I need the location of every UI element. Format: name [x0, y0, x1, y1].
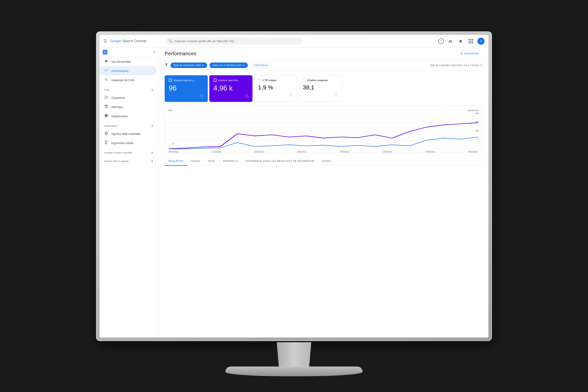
- nav-label-sitemaps: Sitemaps: [111, 106, 123, 108]
- metric-help-position[interactable]: ⓘ: [334, 92, 338, 97]
- search-type-filter[interactable]: Type de recherche: Web ✏: [170, 62, 207, 68]
- metric-checkbox-position[interactable]: [303, 78, 306, 82]
- metric-card-clics[interactable]: ✓ Nombre total de c... 96 ⓘ: [165, 75, 208, 102]
- metric-value-ctr: 1,9 %: [258, 84, 293, 91]
- sitemap-icon: [104, 105, 108, 109]
- export-label: EXPORTER: [464, 52, 479, 55]
- search-input[interactable]: [174, 40, 300, 43]
- hamburger-icon[interactable]: ☰: [104, 39, 107, 44]
- nav-item-signaux-web[interactable]: Signaux Web essentiels: [100, 129, 156, 138]
- tab-requetes[interactable]: REQUÊTES: [165, 157, 188, 166]
- property-icon: C: [103, 50, 108, 54]
- x-label-7: 08/03/2021: [468, 151, 478, 153]
- x-label-6: 04/03/2021: [426, 151, 435, 153]
- ameliorations-section: Améliorations ∧: [100, 121, 158, 129]
- export-button[interactable]: ⬇ EXPORTER: [457, 50, 482, 57]
- search-bar[interactable]: 🔍: [166, 38, 302, 44]
- nav-item-inspection-url[interactable]: Inspection de l'URL: [100, 76, 156, 85]
- clics-line: [169, 137, 478, 149]
- y-val-450: 450: [475, 112, 479, 115]
- metric-checkbox-ctr[interactable]: [258, 78, 261, 82]
- nav-label-inspection: Inspection de l'URL: [111, 78, 135, 82]
- monitor-stand-base: [226, 366, 362, 376]
- date-filter[interactable]: Date: Les 3 derniers mois ✏: [210, 62, 248, 68]
- nav-label-vue-ensemble: Vue d'ensemble: [111, 60, 131, 63]
- update-help-icon[interactable]: ⓘ: [480, 64, 482, 67]
- metric-card-position[interactable]: Position moyenne 38,1 ⓘ: [299, 75, 342, 102]
- notifications-icon[interactable]: [457, 38, 464, 45]
- metric-card-ctr[interactable]: CTR moyen 1,9 % ⓘ: [254, 75, 297, 102]
- block-icon: [104, 114, 108, 118]
- filter-icon: [165, 63, 168, 68]
- ameliorations-section-label: Améliorations: [104, 125, 118, 127]
- metric-header-ctr: CTR moyen: [258, 78, 293, 82]
- help-button[interactable]: ?: [438, 38, 444, 44]
- metric-header-impressions: ✓ Nombre total d'im...: [214, 78, 248, 82]
- apps-icon[interactable]: [467, 38, 474, 45]
- users-icon[interactable]: [447, 38, 454, 45]
- web-essentials-icon: [104, 132, 108, 136]
- metric-header-position: Position moyenne: [303, 78, 338, 82]
- file-icon: [104, 96, 108, 100]
- nav-item-vue-ensemble[interactable]: Vue d'ensemble: [100, 57, 156, 66]
- update-date-text: Date de la dernière mise à jour : il y a…: [430, 64, 479, 67]
- x-label-4: 24/02/2021: [340, 151, 350, 153]
- metric-label-ctr: CTR moyen: [263, 79, 276, 82]
- search-icon: 🔍: [168, 39, 172, 43]
- nav-item-suppressions[interactable]: Suppressions: [100, 112, 156, 121]
- trending-icon: [104, 68, 108, 73]
- nav-item-sitemaps[interactable]: Sitemaps: [100, 102, 156, 112]
- apple-logo: [285, 329, 301, 344]
- property-dropdown-icon[interactable]: ▾: [154, 50, 155, 54]
- tab-pays[interactable]: PAYS: [204, 157, 219, 166]
- chart-y-axis-right: 450 300 150 0: [475, 112, 479, 140]
- nav-label-signaux-web: Signaux Web essentiels: [111, 132, 140, 136]
- chart-container: Clics Impressions 450 300 150 0 0: [165, 106, 482, 153]
- x-label-1: 12/02/2021: [212, 151, 221, 153]
- nav-item-ergonomie-mobile[interactable]: Ergonomie mobile: [100, 138, 156, 148]
- filter-bar: Type de recherche: Web ✏ Date: Les 3 der…: [158, 60, 488, 70]
- main-content: Performances ⬇ EXPORTER Type de recherch…: [158, 48, 488, 338]
- securite-chevron[interactable]: ∨: [151, 151, 154, 154]
- tab-appareils[interactable]: APPAREILS: [219, 157, 242, 166]
- index-chevron[interactable]: ∧: [151, 88, 154, 92]
- new-filter-button[interactable]: + NOUVEAU: [250, 62, 271, 68]
- date-label: Date: Les 3 derniers mois: [212, 64, 241, 67]
- securite-section: Sécurité et actions manuelles ∨: [100, 148, 158, 156]
- metric-help-ctr[interactable]: ⓘ: [290, 92, 293, 97]
- y-val-300: 300: [475, 121, 479, 123]
- tab-pages[interactable]: PAGES: [188, 157, 204, 166]
- nav-item-performances[interactable]: Performances: [100, 66, 156, 76]
- metric-help-impressions[interactable]: ⓘ: [245, 94, 248, 98]
- anciens-chevron[interactable]: ∨: [151, 159, 154, 163]
- metric-checkbox-clics[interactable]: ✓: [169, 78, 172, 82]
- anciens-section: Anciens outils et rapports ∨: [100, 156, 158, 164]
- date-edit-icon: ✏: [243, 64, 245, 67]
- monitor-screen: ☰ Google Search Console 🔍 ?: [100, 35, 488, 338]
- y-left-0: 0: [173, 142, 174, 145]
- metric-help-clics[interactable]: ⓘ: [200, 94, 204, 98]
- tab-apparence[interactable]: APPARENCE DANS LES RÉSULTATS DE RECHERCH…: [242, 157, 318, 166]
- metric-checkbox-impressions[interactable]: ✓: [214, 78, 216, 82]
- topbar-right: ? a: [438, 38, 484, 45]
- property-selector[interactable]: C ▾: [100, 48, 158, 57]
- user-avatar[interactable]: a: [478, 38, 484, 45]
- nav-label-couverture: Couverture: [111, 96, 125, 99]
- x-label-3: 20/02/2021: [297, 151, 307, 153]
- sidebar: C ▾ Vue d'ensemble: [100, 48, 158, 338]
- app-logo: Google Search Console: [110, 39, 146, 43]
- index-section: Index ∧: [100, 85, 158, 93]
- nav-item-couverture[interactable]: Couverture: [100, 93, 156, 102]
- x-label-2: 16/02/2021: [254, 151, 264, 153]
- metric-value-impressions: 4,96 k: [214, 84, 248, 92]
- mobile-icon: [104, 141, 108, 145]
- edit-icon: ✏: [202, 64, 204, 67]
- export-icon: ⬇: [460, 52, 463, 55]
- tabs-bar: REQUÊTES PAGES PAYS APPAREILS APPARENCE …: [158, 157, 488, 166]
- monitor-stand-neck: [272, 342, 316, 368]
- topbar: ☰ Google Search Console 🔍 ?: [100, 35, 488, 48]
- tab-dates[interactable]: DATES: [318, 157, 335, 166]
- ameliorations-chevron[interactable]: ∧: [151, 124, 154, 128]
- metric-card-impressions[interactable]: ✓ Nombre total d'im... 4,96 k ⓘ: [209, 75, 252, 102]
- metric-value-position: 38,1: [303, 84, 338, 91]
